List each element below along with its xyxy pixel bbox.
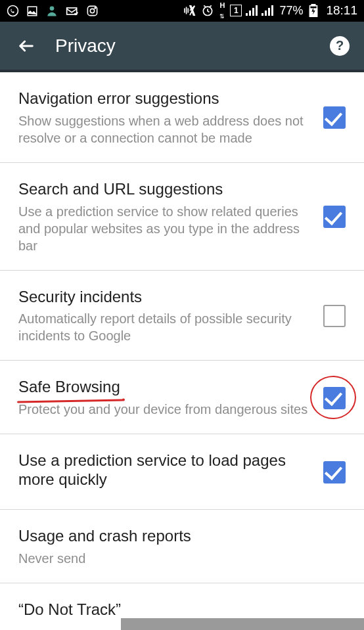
image-icon [26, 5, 38, 17]
item-do-not-track[interactable]: “Do Not Track” [0, 583, 364, 619]
item-desc: Never send [18, 550, 346, 567]
instagram-icon [86, 5, 99, 17]
item-title: Search and URL suggestions [18, 180, 311, 199]
signal-1-icon [246, 5, 258, 16]
battery-percent: 77% [279, 4, 303, 18]
vibrate-icon [183, 5, 197, 16]
item-prediction-preload[interactable]: Use a prediction service to load pages m… [0, 434, 364, 510]
item-title: Navigation error suggestions [18, 89, 311, 108]
checkbox[interactable] [323, 106, 346, 129]
item-desc: Use a prediction service to show related… [18, 203, 311, 254]
alarm-icon [201, 4, 214, 17]
scrollbar[interactable] [121, 618, 364, 630]
item-title: Use a prediction service to load pages m… [18, 451, 311, 489]
settings-list: Navigation error suggestions Show sugges… [0, 72, 364, 619]
page-title: Privacy [55, 35, 330, 56]
status-bar: H ⇅ 1 77% 18:11 [0, 0, 364, 22]
svg-point-6 [95, 7, 96, 9]
checkbox[interactable] [323, 206, 346, 228]
clock-time: 18:11 [326, 3, 357, 18]
item-title: Safe Browsing [18, 378, 311, 397]
viber-icon [7, 5, 19, 17]
item-security-incidents[interactable]: Security incidents Automatically report … [0, 271, 364, 361]
mail-check-icon [66, 5, 79, 17]
person-globe-icon [45, 5, 58, 18]
item-title: Usage and crash reports [18, 527, 346, 546]
back-arrow-icon[interactable] [17, 37, 35, 55]
checkbox[interactable] [323, 387, 346, 409]
app-bar: Privacy ? [0, 22, 364, 72]
item-search-url-suggestions[interactable]: Search and URL suggestions Use a predict… [0, 163, 364, 271]
item-desc: Automatically report details of possible… [18, 310, 311, 344]
help-button[interactable]: ? [330, 36, 350, 56]
item-desc: Protect you and your device from dangero… [18, 401, 311, 418]
status-left [7, 5, 183, 18]
checkbox[interactable] [323, 461, 346, 484]
svg-rect-9 [312, 4, 315, 6]
battery-charging-icon [309, 4, 318, 17]
item-title: “Do Not Track” [18, 600, 121, 619]
item-desc: Show suggestions when a web address does… [18, 112, 311, 146]
svg-point-0 [8, 6, 18, 16]
checkbox[interactable] [323, 305, 346, 327]
item-navigation-error[interactable]: Navigation error suggestions Show sugges… [0, 72, 364, 163]
item-safe-browsing[interactable]: Safe Browsing Protect you and your devic… [0, 361, 364, 434]
hspa-icon: H ⇅ [218, 3, 226, 20]
signal-2-icon [262, 5, 273, 16]
svg-point-2 [50, 6, 55, 11]
status-right: H ⇅ 1 77% 18:11 [183, 3, 357, 20]
svg-point-5 [90, 9, 94, 12]
sim-slot-icon: 1 [230, 5, 242, 16]
item-usage-crash[interactable]: Usage and crash reports Never send [0, 510, 364, 583]
item-title: Security incidents [18, 288, 311, 307]
